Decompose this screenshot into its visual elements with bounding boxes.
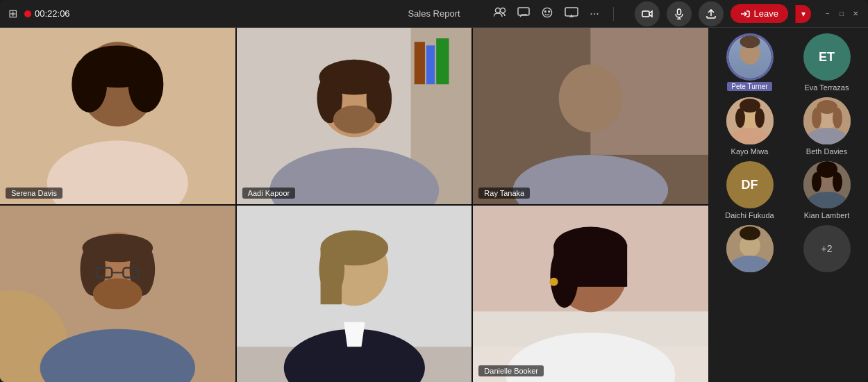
svg-point-67	[740, 35, 760, 48]
avatar-beth	[803, 97, 851, 144]
grid-icon[interactable]: ⊞	[8, 7, 17, 20]
video-cell-ray[interactable]: Ray Tanaka	[473, 28, 708, 204]
svg-point-5	[549, 10, 550, 12]
avatar-wrapper-last	[726, 225, 774, 272]
svg-point-1	[501, 8, 506, 13]
participant-last[interactable]	[719, 225, 781, 275]
timer: 00:22:06	[35, 8, 70, 19]
participants-icon[interactable]	[494, 7, 506, 21]
svg-point-77	[812, 108, 821, 128]
participant-row-3: DF Daichi Fukuda	[714, 161, 862, 219]
svg-point-17	[128, 56, 164, 113]
share-screen-icon[interactable]	[565, 7, 578, 21]
svg-rect-53	[320, 248, 341, 304]
mic-toggle-button[interactable]	[667, 1, 692, 26]
svg-point-71	[735, 108, 745, 128]
svg-point-0	[496, 8, 501, 13]
name-kayo: Kayo Miwa	[731, 147, 769, 156]
name-beth: Beth Davies	[806, 147, 847, 156]
name-label-aadi: Aadi Kapoor	[242, 188, 296, 199]
name-eva: Eva Terrazas	[805, 83, 849, 92]
avatar-kayo	[726, 97, 774, 144]
participant-eva[interactable]: ET Eva Terrazas	[796, 33, 858, 92]
recording-badge: 00:22:06	[24, 8, 70, 19]
participant-daichi[interactable]: DF Daichi Fukuda	[719, 161, 781, 219]
participant-panel: Pete Turner ET Eva Terrazas	[708, 28, 868, 382]
avatar-last	[726, 225, 774, 272]
window-controls: − □ ✕	[824, 10, 860, 18]
name-daichi: Daichi Fukuda	[725, 211, 774, 219]
toolbar-separator	[613, 7, 614, 21]
participant-kian[interactable]: Kian Lambert	[796, 161, 858, 219]
title-bar: ⊞ 00:22:06 Sales Report	[0, 0, 868, 28]
name-kian: Kian Lambert	[804, 211, 849, 219]
svg-point-84	[833, 172, 842, 192]
video-feed-serena	[0, 28, 235, 204]
avatar-wrapper-kayo	[726, 97, 774, 144]
avatar-initials-eva: ET	[819, 50, 835, 65]
plus-more[interactable]: +2	[803, 225, 851, 272]
name-label-serena: Serena Davis	[6, 188, 62, 199]
video-cell-danielle[interactable]: Danielle Booker	[473, 206, 708, 382]
leave-label: Leave	[754, 8, 778, 19]
main-content: Serena Davis	[0, 28, 868, 382]
svg-marker-55	[344, 322, 365, 347]
avatar-kian	[803, 161, 851, 208]
avatar-daichi: DF	[726, 161, 774, 208]
participant-row-4: +2	[714, 225, 862, 275]
share-content-button[interactable]	[699, 1, 724, 26]
close-button[interactable]: ✕	[851, 10, 860, 18]
meeting-title: Sales Report	[408, 8, 460, 19]
video-toggle-button[interactable]	[635, 1, 660, 26]
maximize-button[interactable]: □	[837, 10, 846, 18]
participant-row-2: Kayo Miwa Beth	[714, 97, 862, 156]
avatar-wrapper-daichi: DF	[726, 161, 774, 208]
toolbar-icons: ···	[494, 7, 616, 21]
svg-point-35	[559, 65, 622, 133]
video-feed-ray	[473, 28, 708, 204]
svg-point-4	[545, 10, 546, 12]
video-grid: Serena Davis	[0, 28, 708, 382]
leave-dropdown-button[interactable]: ▾	[795, 5, 811, 23]
participant-more[interactable]: +2	[796, 225, 858, 275]
rec-dot	[24, 10, 31, 17]
video-feed-danielle	[473, 206, 708, 382]
avatar-wrapper-more: +2	[803, 225, 851, 272]
video-cell-aadi[interactable]: Aadi Kapoor	[237, 28, 472, 204]
avatar-wrapper-beth	[803, 97, 851, 144]
svg-rect-22	[426, 45, 435, 84]
reactions-icon[interactable]	[541, 7, 553, 21]
participant-beth[interactable]: Beth Davies	[796, 97, 858, 156]
participant-pete[interactable]: Pete Turner	[719, 33, 781, 92]
svg-point-62	[551, 244, 579, 308]
name-label-danielle: Danielle Booker	[478, 365, 544, 376]
video-cell-person5[interactable]	[237, 206, 472, 382]
svg-point-28	[333, 106, 376, 134]
more-options-icon[interactable]: ···	[590, 8, 599, 20]
minimize-button[interactable]: −	[824, 10, 832, 18]
avatar-wrapper-pete	[726, 33, 774, 81]
svg-point-83	[812, 172, 821, 192]
svg-point-43	[93, 279, 142, 310]
video-cell-person4[interactable]	[0, 206, 235, 382]
participant-kayo[interactable]: Kayo Miwa	[719, 97, 781, 156]
svg-rect-8	[677, 9, 681, 15]
svg-rect-7	[642, 11, 649, 17]
call-controls: Leave ▾	[635, 1, 811, 26]
avatar-eva: ET	[803, 33, 851, 81]
active-label-pete: Pete Turner	[727, 82, 771, 91]
avatar-initials-daichi: DF	[742, 178, 758, 192]
svg-rect-23	[436, 38, 449, 84]
svg-point-72	[755, 108, 765, 128]
video-feed-person4	[0, 206, 235, 382]
avatar-pete	[726, 33, 774, 81]
video-cell-serena[interactable]: Serena Davis	[0, 28, 235, 204]
video-feed-person5	[237, 206, 472, 382]
svg-point-78	[833, 108, 842, 128]
participant-row-1: Pete Turner ET Eva Terrazas	[714, 33, 862, 92]
chat-icon[interactable]	[517, 7, 530, 21]
title-bar-right: ···	[494, 1, 860, 26]
svg-rect-21	[414, 42, 424, 84]
video-feed-aadi	[237, 28, 472, 204]
leave-button[interactable]: Leave	[731, 4, 788, 23]
